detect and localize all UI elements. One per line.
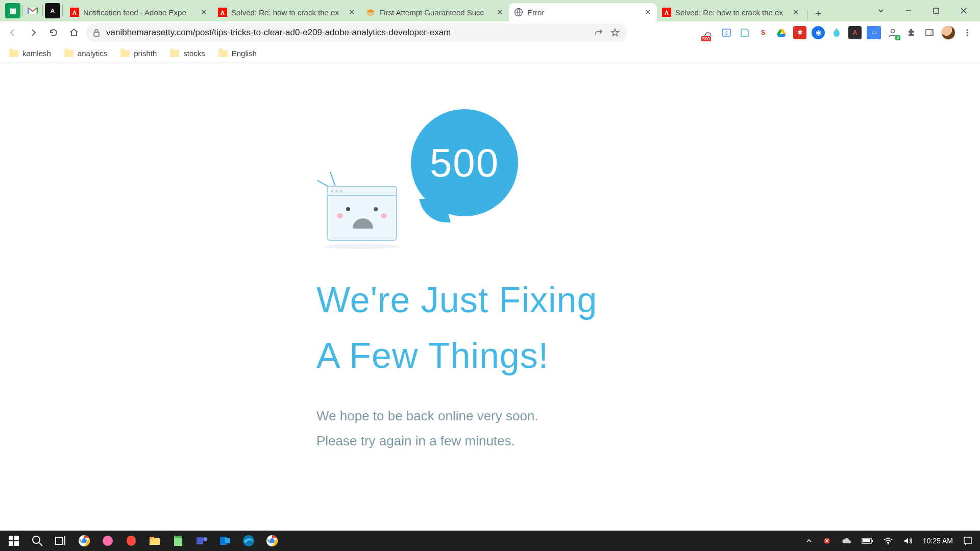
task-view-button[interactable]: [49, 531, 72, 551]
start-button[interactable]: [2, 531, 26, 551]
tray-battery[interactable]: [859, 531, 875, 551]
browser-tabstrip: ▦ A Notification feed - Adobe Expe ✕ Sol…: [0, 0, 980, 21]
tray-volume[interactable]: [901, 531, 915, 551]
taskbar-chrome[interactable]: [72, 531, 96, 551]
share-icon[interactable]: [594, 28, 603, 37]
ext-blue-round[interactable]: ◉: [812, 26, 825, 39]
tab-error[interactable]: Error ✕: [509, 3, 657, 21]
close-icon[interactable]: ✕: [201, 8, 208, 17]
close-icon[interactable]: ✕: [497, 8, 504, 17]
svg-rect-1: [218, 8, 227, 17]
svg-point-13: [966, 34, 968, 36]
tray-clock[interactable]: 10:25 AM: [920, 531, 955, 551]
svg-rect-14: [9, 536, 13, 540]
bookmark-english[interactable]: English: [213, 47, 262, 60]
bookmark-stocks[interactable]: stocks: [165, 47, 210, 60]
taskbar-edge[interactable]: [237, 531, 260, 551]
tray-wifi[interactable]: [880, 531, 896, 551]
svg-rect-37: [863, 539, 870, 542]
svg-rect-4: [934, 8, 939, 13]
error-code: 500: [411, 109, 518, 216]
address-bar[interactable]: vanibhemarasetty.com/post/tips-tricks-to…: [86, 23, 627, 42]
tab-search-icon[interactable]: [872, 3, 890, 18]
profile-avatar[interactable]: [941, 26, 955, 40]
lock-icon: [93, 29, 101, 37]
ext-s[interactable]: S: [756, 26, 770, 39]
tab-first-attempt[interactable]: First Attempt Guaranteed Succ ✕: [361, 3, 509, 21]
graduation-icon: [366, 8, 375, 17]
pinned-app-generic[interactable]: A: [45, 3, 60, 18]
close-icon[interactable]: ✕: [645, 8, 652, 17]
extensions-button[interactable]: [904, 26, 918, 39]
ext-blue-rect[interactable]: ▭: [867, 26, 881, 39]
taskbar-notepad[interactable]: [166, 531, 190, 551]
error-subtext: We hope to be back online very soon. Ple…: [316, 404, 664, 454]
svg-point-11: [966, 29, 968, 31]
taskbar-outlook[interactable]: [213, 531, 237, 551]
adobe-icon: [70, 8, 79, 17]
headline-line-2: A Few Things!: [316, 328, 664, 384]
bookmark-kamlesh[interactable]: kamlesh: [4, 47, 56, 60]
window-close-button[interactable]: [954, 3, 973, 18]
svg-rect-0: [70, 8, 79, 17]
ext-clip[interactable]: [738, 26, 751, 39]
svg-point-33: [270, 538, 275, 543]
taskbar-chrome-2[interactable]: [260, 531, 284, 551]
tab-solved-2[interactable]: Solved: Re: how to crack the ex ✕: [657, 3, 805, 21]
bookmark-prishth[interactable]: prishth: [115, 47, 162, 60]
ext-red[interactable]: ✱: [793, 26, 806, 39]
globe-icon: [514, 8, 523, 17]
taskbar-file-explorer[interactable]: [143, 531, 166, 551]
svg-rect-10: [930, 30, 933, 36]
taskbar-teams[interactable]: [190, 531, 213, 551]
svg-point-22: [103, 536, 113, 546]
tray-security[interactable]: [820, 531, 834, 551]
extensions-row: 500 文 S ✱ ◉ A ▭ 0: [701, 26, 976, 40]
pinned-apps: ▦ A: [3, 0, 65, 21]
svg-point-28: [203, 537, 207, 541]
tray-onedrive[interactable]: [839, 531, 854, 551]
ext-badge-label: 500: [701, 36, 711, 41]
tab-label: Error: [527, 8, 641, 17]
forward-button[interactable]: [24, 24, 42, 41]
close-icon[interactable]: ✕: [349, 8, 356, 17]
ext-badge-500[interactable]: 500: [701, 26, 715, 39]
home-button[interactable]: [65, 24, 83, 41]
tab-notification-feed[interactable]: Notification feed - Adobe Expe ✕: [65, 3, 213, 21]
ext-drive[interactable]: [775, 26, 788, 39]
window-minimize-button[interactable]: [899, 3, 918, 18]
ext-person[interactable]: 0: [886, 26, 899, 39]
svg-text:文: 文: [724, 31, 729, 36]
search-button[interactable]: [26, 531, 49, 551]
tray-notifications[interactable]: [961, 531, 975, 551]
pinned-app-gmail[interactable]: [25, 3, 40, 18]
chrome-menu-button[interactable]: [961, 26, 974, 39]
new-tab-button[interactable]: ＋: [810, 4, 827, 21]
back-button[interactable]: [4, 24, 21, 41]
windows-taskbar: 10:25 AM: [0, 531, 980, 551]
reload-button[interactable]: [45, 24, 62, 41]
svg-rect-17: [14, 541, 19, 546]
taskbar-app-2[interactable]: [119, 531, 143, 551]
bookmark-star-icon[interactable]: [610, 28, 620, 37]
close-icon[interactable]: ✕: [793, 8, 800, 17]
headline-line-1: We're Just Fixing: [316, 272, 664, 328]
folder-icon: [9, 50, 18, 57]
ext-translate[interactable]: 文: [720, 26, 733, 39]
bookmark-label: prishth: [134, 49, 157, 58]
sub-line-1: We hope to be back online very soon.: [316, 404, 664, 429]
ext-droplet[interactable]: [830, 26, 843, 39]
pinned-app-sheets[interactable]: ▦: [5, 3, 20, 18]
side-panel-button[interactable]: [923, 26, 936, 39]
sub-line-2: Please try again in a few minutes.: [316, 429, 664, 454]
svg-rect-39: [964, 537, 971, 543]
url-text: vanibhemarasetty.com/post/tips-tricks-to…: [106, 28, 594, 38]
taskbar-app-1[interactable]: [96, 531, 119, 551]
bookmark-label: stocks: [183, 49, 205, 58]
window-maximize-button[interactable]: [927, 3, 945, 18]
tray-chevron[interactable]: [803, 531, 815, 551]
bookmark-analytics[interactable]: analytics: [59, 47, 112, 60]
ext-a-dark[interactable]: A: [848, 26, 862, 39]
tab-solved-1[interactable]: Solved: Re: how to crack the ex ✕: [213, 3, 361, 21]
folder-icon: [218, 50, 228, 57]
